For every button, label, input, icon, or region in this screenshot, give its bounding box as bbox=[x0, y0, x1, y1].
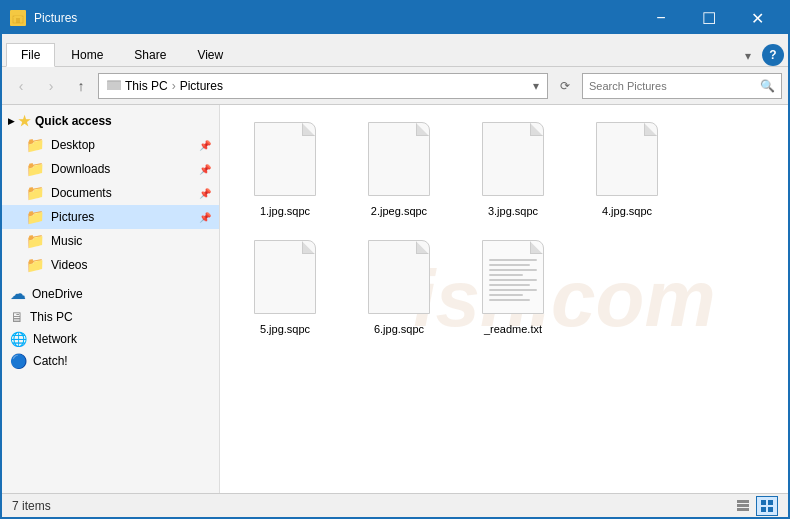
view-controls bbox=[732, 496, 778, 516]
path-thispc[interactable]: This PC bbox=[125, 79, 168, 93]
title-bar: Pictures − ☐ ✕ bbox=[2, 2, 788, 34]
quick-access-label: Quick access bbox=[35, 114, 112, 128]
file-item-3[interactable]: 3.jpg.sqpc bbox=[458, 115, 568, 225]
file-icon-3 bbox=[478, 122, 548, 202]
svg-rect-7 bbox=[761, 500, 766, 505]
sidebar-catch-label: Catch! bbox=[33, 354, 68, 368]
sidebar-item-documents[interactable]: 📁 Documents 📌 bbox=[2, 181, 219, 205]
path-pictures[interactable]: Pictures bbox=[180, 79, 223, 93]
minimize-button[interactable]: − bbox=[638, 2, 684, 34]
window-title: Pictures bbox=[34, 11, 638, 25]
sidebar: ▸ ★ Quick access 📁 Desktop 📌 📁 Downloads… bbox=[2, 105, 220, 493]
file-area: ish.com 1.jpg.sqpc 2.jpeg.sqpc bbox=[220, 105, 788, 493]
file-icon-2 bbox=[364, 122, 434, 202]
sidebar-documents-label: Documents bbox=[51, 186, 112, 200]
title-bar-icons bbox=[10, 10, 26, 26]
window-icon bbox=[10, 10, 26, 26]
file-name-7: _readme.txt bbox=[484, 322, 542, 336]
sidebar-item-downloads[interactable]: 📁 Downloads 📌 bbox=[2, 157, 219, 181]
file-icon-5 bbox=[250, 240, 320, 320]
file-icon-1 bbox=[250, 122, 320, 202]
maximize-button[interactable]: ☐ bbox=[686, 2, 732, 34]
file-name-1: 1.jpg.sqpc bbox=[260, 204, 310, 218]
close-button[interactable]: ✕ bbox=[734, 2, 780, 34]
sidebar-desktop-label: Desktop bbox=[51, 138, 95, 152]
sidebar-item-onedrive[interactable]: ☁ OneDrive bbox=[2, 281, 219, 306]
sidebar-music-label: Music bbox=[51, 234, 82, 248]
pin-pictures-icon: 📌 bbox=[199, 212, 211, 223]
file-name-6: 6.jpg.sqpc bbox=[374, 322, 424, 336]
sidebar-item-thispc[interactable]: 🖥 This PC bbox=[2, 306, 219, 328]
sidebar-network-label: Network bbox=[33, 332, 77, 346]
svg-rect-6 bbox=[737, 508, 749, 511]
large-icons-view-button[interactable] bbox=[756, 496, 778, 516]
thispc-icon: 🖥 bbox=[10, 309, 24, 325]
network-icon: 🌐 bbox=[10, 331, 27, 347]
svg-rect-9 bbox=[761, 507, 766, 512]
sidebar-videos-label: Videos bbox=[51, 258, 87, 272]
ribbon-chevron-icon[interactable]: ▾ bbox=[738, 46, 758, 66]
tab-share[interactable]: Share bbox=[119, 43, 181, 66]
sidebar-item-catch[interactable]: 🔵 Catch! bbox=[2, 350, 219, 372]
folder-downloads-icon: 📁 bbox=[26, 160, 45, 178]
svg-rect-5 bbox=[737, 504, 749, 507]
status-bar: 7 items bbox=[2, 493, 788, 517]
sidebar-thispc-label: This PC bbox=[30, 310, 73, 324]
search-input[interactable] bbox=[589, 80, 756, 92]
file-icon-4 bbox=[592, 122, 662, 202]
item-count-label: 7 items bbox=[12, 499, 51, 513]
file-icon-6 bbox=[364, 240, 434, 320]
forward-button[interactable]: › bbox=[38, 73, 64, 99]
folder-music-icon: 📁 bbox=[26, 232, 45, 250]
file-icon-7 bbox=[478, 240, 548, 320]
help-button[interactable]: ? bbox=[762, 44, 784, 66]
sidebar-pictures-label: Pictures bbox=[51, 210, 94, 224]
refresh-button[interactable]: ⟳ bbox=[552, 73, 578, 99]
tab-home[interactable]: Home bbox=[56, 43, 118, 66]
path-dropdown-icon[interactable]: ▾ bbox=[533, 79, 539, 93]
folder-desktop-icon: 📁 bbox=[26, 136, 45, 154]
list-view-button[interactable] bbox=[732, 496, 754, 516]
file-name-2: 2.jpeg.sqpc bbox=[371, 204, 427, 218]
file-item-1[interactable]: 1.jpg.sqpc bbox=[230, 115, 340, 225]
file-item-7[interactable]: _readme.txt bbox=[458, 233, 568, 343]
sidebar-downloads-label: Downloads bbox=[51, 162, 110, 176]
svg-rect-1 bbox=[16, 18, 20, 23]
onedrive-icon: ☁ bbox=[10, 284, 26, 303]
catch-icon: 🔵 bbox=[10, 353, 27, 369]
address-path[interactable]: This PC › Pictures ▾ bbox=[98, 73, 548, 99]
svg-rect-4 bbox=[737, 500, 749, 503]
sidebar-onedrive-label: OneDrive bbox=[32, 287, 83, 301]
pin-documents-icon: 📌 bbox=[199, 188, 211, 199]
search-box[interactable]: 🔍 bbox=[582, 73, 782, 99]
file-item-4[interactable]: 4.jpg.sqpc bbox=[572, 115, 682, 225]
search-icon[interactable]: 🔍 bbox=[760, 79, 775, 93]
tab-view[interactable]: View bbox=[182, 43, 238, 66]
path-folder-icon bbox=[107, 77, 121, 94]
file-name-5: 5.jpg.sqpc bbox=[260, 322, 310, 336]
sidebar-item-music[interactable]: 📁 Music bbox=[2, 229, 219, 253]
svg-rect-10 bbox=[768, 507, 773, 512]
ribbon-tabs: File Home Share View ▾ ? bbox=[2, 34, 788, 66]
tab-file[interactable]: File bbox=[6, 43, 55, 67]
pin-downloads-icon: 📌 bbox=[199, 164, 211, 175]
sidebar-item-network[interactable]: 🌐 Network bbox=[2, 328, 219, 350]
back-button[interactable]: ‹ bbox=[8, 73, 34, 99]
up-button[interactable]: ↑ bbox=[68, 73, 94, 99]
file-item-6[interactable]: 6.jpg.sqpc bbox=[344, 233, 454, 343]
files-grid: 1.jpg.sqpc 2.jpeg.sqpc 3.jpg.sqpc bbox=[230, 115, 778, 344]
quick-access-expand-icon: ▸ bbox=[8, 114, 14, 128]
path-separator-1: › bbox=[172, 79, 176, 93]
file-item-5[interactable]: 5.jpg.sqpc bbox=[230, 233, 340, 343]
file-name-4: 4.jpg.sqpc bbox=[602, 204, 652, 218]
folder-pictures-icon: 📁 bbox=[26, 208, 45, 226]
star-icon: ★ bbox=[18, 113, 31, 129]
file-item-2[interactable]: 2.jpeg.sqpc bbox=[344, 115, 454, 225]
quick-access-header[interactable]: ▸ ★ Quick access bbox=[2, 109, 219, 133]
svg-rect-8 bbox=[768, 500, 773, 505]
content-area: ▸ ★ Quick access 📁 Desktop 📌 📁 Downloads… bbox=[2, 105, 788, 493]
sidebar-item-pictures[interactable]: 📁 Pictures 📌 bbox=[2, 205, 219, 229]
sidebar-item-desktop[interactable]: 📁 Desktop 📌 bbox=[2, 133, 219, 157]
sidebar-item-videos[interactable]: 📁 Videos bbox=[2, 253, 219, 277]
file-name-3: 3.jpg.sqpc bbox=[488, 204, 538, 218]
